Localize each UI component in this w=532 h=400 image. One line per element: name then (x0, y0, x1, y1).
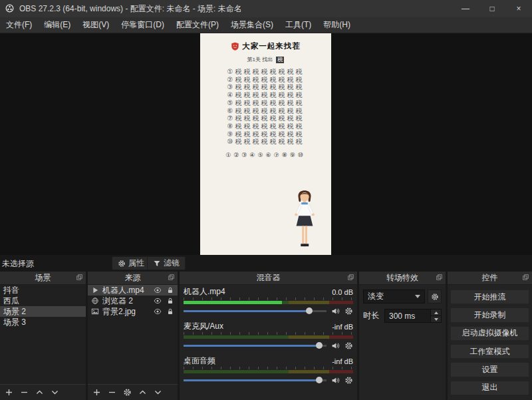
sources-dock-title: 来源 (125, 272, 141, 284)
mixer-dock-title: 混音器 (257, 272, 281, 284)
speaker-mute-icon[interactable] (331, 307, 340, 315)
target-char: 税 (276, 57, 284, 63)
menu-item-view[interactable]: 视图(V) (76, 17, 115, 33)
obs-logo-icon (5, 4, 15, 13)
volume-slider[interactable] (184, 306, 327, 315)
source-item[interactable]: 背景2.jpg (88, 306, 178, 317)
sources-dock-header: 来源 (88, 272, 178, 285)
obs-main-window: OBS 27.2.3 (64-bit, windows) - 配置文件: 未命名… (0, 0, 532, 400)
source-filters-button[interactable]: 滤镜 (147, 256, 186, 270)
lock-icon[interactable] (166, 307, 174, 315)
speaker-mute-icon[interactable] (331, 341, 340, 350)
volume-meter (184, 370, 353, 373)
channel-name: 桌面音频 (184, 355, 215, 367)
add-scene-button[interactable] (5, 388, 13, 397)
grid-row: ⑤税税税税税税税税 (200, 99, 331, 107)
add-source-button[interactable] (92, 388, 101, 397)
sources-dock: 来源 机器人.mp4 浏览器 2 (88, 272, 178, 400)
studio-mode-button[interactable]: 工作室模式 (450, 344, 529, 359)
visibility-eye-icon[interactable] (154, 286, 162, 294)
lock-icon[interactable] (166, 286, 174, 294)
volume-meter (184, 301, 353, 304)
channel-settings-gear-icon[interactable] (344, 307, 353, 315)
start-streaming-button[interactable]: 开始推流 (450, 290, 529, 304)
duration-label: 时长 (363, 310, 379, 321)
scene-item[interactable]: 抖音 (0, 285, 86, 296)
start-virtual-camera-button[interactable]: 启动虚拟摄像机 (450, 326, 529, 341)
dock-float-icon[interactable] (347, 274, 354, 281)
menu-item-file[interactable]: 文件(F) (0, 17, 38, 33)
duration-value: 300 ms (389, 311, 415, 321)
spin-down-button[interactable] (431, 315, 441, 322)
slider-handle[interactable] (306, 307, 313, 314)
volume-meter-level (184, 301, 282, 304)
scene-item-selected[interactable]: 场景 2 (0, 306, 86, 317)
mixer-channel: 桌面音频 -inf dB (184, 356, 353, 385)
visibility-eye-icon[interactable] (154, 297, 162, 305)
transition-select[interactable]: 淡变 (363, 290, 425, 303)
volume-slider[interactable] (184, 375, 327, 385)
source-label: 背景2.jpg (102, 306, 136, 317)
volume-meter (184, 335, 353, 339)
scene-item[interactable]: 场景 3 (0, 317, 86, 327)
scenes-toolbar (0, 384, 86, 400)
slider-handle[interactable] (316, 377, 323, 383)
image-icon (91, 307, 99, 315)
transition-selected-value: 淡变 (368, 291, 384, 302)
source-move-down-button[interactable] (154, 388, 162, 397)
menu-item-profile[interactable]: 配置文件(P) (170, 17, 225, 33)
window-title: OBS 27.2.3 (64-bit, windows) - 配置文件: 未命名… (19, 3, 448, 15)
duration-spinbox[interactable]: 300 ms (384, 309, 442, 323)
dock-float-icon[interactable] (522, 274, 529, 281)
source-properties-button[interactable]: 属性 (112, 256, 150, 270)
start-recording-button[interactable]: 开始录制 (450, 307, 529, 322)
source-move-up-button[interactable] (138, 388, 147, 397)
dock-float-icon[interactable] (168, 274, 175, 281)
scene-label: 抖音 (3, 285, 19, 296)
close-button[interactable]: × (505, 0, 532, 17)
visibility-eye-icon[interactable] (154, 307, 162, 315)
answer-number-row: ①②③④⑤⑥⑦⑧⑨⑩ (200, 152, 331, 158)
menu-item-scene-collection[interactable]: 场景集合(S) (225, 17, 279, 33)
sources-toolbar (88, 384, 178, 400)
volume-slider[interactable] (184, 341, 327, 350)
transition-properties-gear-button[interactable] (428, 290, 442, 303)
scene-item[interactable]: 西瓜 (0, 296, 86, 306)
source-properties-gear-button[interactable] (123, 388, 132, 397)
source-item[interactable]: 浏览器 2 (88, 296, 178, 306)
remove-scene-button[interactable] (20, 388, 29, 397)
controls-dock: 控件 开始推流 开始录制 启动虚拟摄像机 工作室模式 设置 退出 (448, 272, 532, 400)
slider-fill (184, 310, 309, 312)
mixer-dock-header: 混音器 (180, 272, 357, 285)
filters-label: 滤镜 (164, 258, 180, 269)
menu-item-help[interactable]: 帮助(H) (317, 17, 356, 33)
source-item-selected[interactable]: 机器人.mp4 (88, 285, 178, 296)
menu-item-docks[interactable]: 停靠窗口(D) (115, 17, 170, 33)
source-context-toolbar: 未选择源 属性 滤镜 (0, 255, 532, 272)
scene-move-up-button[interactable] (35, 388, 44, 397)
controls-dock-header: 控件 (448, 272, 532, 285)
dock-float-icon[interactable] (436, 274, 443, 281)
channel-settings-gear-icon[interactable] (344, 376, 353, 385)
minimize-button[interactable]: — (452, 0, 479, 17)
spin-up-button[interactable] (431, 309, 441, 315)
sources-list: 机器人.mp4 浏览器 2 (88, 285, 178, 385)
scene-move-down-button[interactable] (51, 388, 59, 397)
slider-handle[interactable] (316, 342, 323, 349)
cartoon-presenter (291, 190, 319, 251)
dock-float-icon[interactable] (76, 274, 83, 281)
subtitle-text: 第1关 找出 (247, 57, 273, 63)
menu-item-edit[interactable]: 编辑(E) (38, 17, 76, 33)
settings-button[interactable]: 设置 (450, 362, 529, 377)
scene-label: 场景 2 (3, 306, 26, 317)
game-subtitle: 第1关 找出 税 (200, 56, 331, 63)
exit-button[interactable]: 退出 (450, 381, 529, 395)
lock-icon[interactable] (166, 297, 174, 305)
channel-settings-gear-icon[interactable] (344, 341, 353, 350)
menu-item-tools[interactable]: 工具(T) (279, 17, 317, 33)
remove-source-button[interactable] (108, 388, 116, 397)
speaker-mute-icon[interactable] (331, 376, 340, 385)
source-label: 浏览器 2 (102, 296, 133, 307)
preview-video[interactable]: 大家一起来找茬 第1关 找出 税 ①税税税税税税税税 ②税税税税税税税税 ③税税… (200, 33, 331, 255)
maximize-button[interactable]: □ (479, 0, 505, 17)
